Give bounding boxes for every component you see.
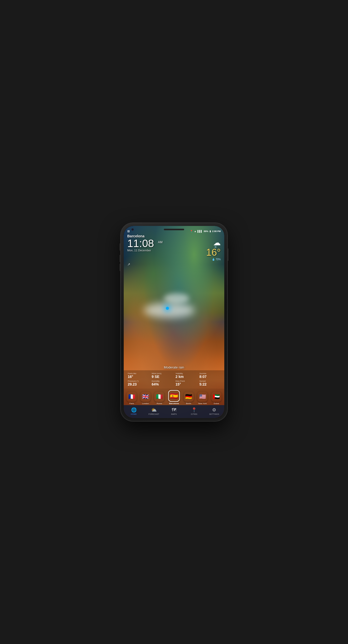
time-minutes: 08: [142, 237, 154, 249]
sunset-stat: Sunset 5:22: [198, 379, 222, 387]
date-display: Mon, 11 December: [127, 249, 163, 252]
nav-icon-home: 🌐: [131, 407, 137, 413]
nav-label-forecast: FORECAST: [149, 413, 159, 415]
dewpoint-stat: Dew Point 15°: [174, 379, 198, 387]
wind-label: Wind (m/s): [152, 372, 162, 375]
nav-item-settings[interactable]: ⚙SETTINGS: [208, 407, 220, 415]
time-left: 11:08 AM Mon, 11 December: [127, 238, 163, 252]
visibility-label: Visibility: [176, 372, 183, 375]
phone-outer: 🖼 📍 ▲ ▌▌▌ 89% ▮ 2:08 PM Barcelona: [121, 223, 227, 421]
city-item-rome[interactable]: 🇮🇹Rome: [154, 392, 164, 405]
city-label-paris: Paris: [129, 402, 134, 405]
rain-icon: |||: [215, 246, 216, 248]
city-flag-london: 🇬🇧: [140, 392, 151, 402]
sunrise-stat: Sunrise 8:07: [198, 372, 222, 379]
feels-like-stat: Feels like 16°: [126, 372, 150, 379]
sunrise-value: 8:07: [199, 375, 207, 379]
wind-stat: Wind (m/s) 9 SE: [150, 372, 174, 379]
share-icon: ↗: [127, 262, 130, 266]
nav-icon-settings: ⚙: [212, 407, 216, 413]
weather-header: Barcelona 11:08 AM Mon, 11 December: [124, 233, 224, 261]
nav-label-settings: SETTINGS: [209, 413, 219, 415]
humidity-stat-value: 64%: [152, 382, 159, 387]
city-flag-barcelona: 🇪🇸: [168, 390, 180, 402]
time-display: 11:08 AM: [127, 238, 163, 249]
cloud-icon: ☁: [213, 238, 221, 247]
city-label-dubai: Dubai: [214, 402, 219, 405]
bottom-nav: 🌐HOME⛅FORECAST🗺MAPS📍CITIES⚙SETTINGS: [124, 405, 224, 418]
feels-like-label: Feels like: [128, 372, 136, 375]
screen-content: 🖼 📍 ▲ ▌▌▌ 89% ▮ 2:08 PM Barcelona: [124, 226, 224, 418]
pressure-value: 29.23: [128, 382, 137, 387]
time-ampm: AM: [158, 240, 163, 244]
nav-label-cities: CITIES: [191, 413, 197, 415]
city-item-barcelona[interactable]: 🇪🇸Barcelona: [168, 390, 180, 405]
feels-like-value: 16°: [128, 375, 133, 379]
phone-inner: 🖼 📍 ▲ ▌▌▌ 89% ▮ 2:08 PM Barcelona: [124, 226, 224, 418]
nav-item-home[interactable]: 🌐HOME: [128, 407, 140, 415]
middle-spacer: [124, 268, 224, 364]
nav-item-cities[interactable]: 📍CITIES: [188, 407, 200, 415]
city-label-berlin: Berlin: [186, 402, 191, 405]
city-label-new-york: New York: [198, 402, 207, 405]
time-hours: 11: [127, 237, 139, 249]
pressure-stat: Pressure (") 29.23: [126, 379, 150, 387]
dewpoint-label: Dew Point: [176, 380, 185, 382]
city-label-barcelona: Barcelona: [169, 402, 179, 405]
cities-row: 🇫🇷Paris🇬🇧London🇮🇹Rome🇪🇸Barcelona🇩🇪Berlin…: [124, 389, 224, 405]
sunset-value: 5:22: [199, 382, 207, 387]
time-colon: :: [139, 237, 142, 249]
nav-label-maps: MAPS: [171, 413, 177, 415]
humidity-display: 💧 70%: [212, 258, 221, 261]
city-flag-paris: 🇫🇷: [126, 392, 137, 402]
wind-value: 9 SE: [152, 375, 159, 379]
nav-icon-maps: 🗺: [172, 407, 176, 413]
city-item-paris[interactable]: 🇫🇷Paris: [126, 392, 137, 405]
city-item-dubai[interactable]: 🇦🇪Dubai: [211, 392, 222, 405]
time-row: 11:08 AM Mon, 11 December ☁ |||: [127, 238, 221, 261]
share-button[interactable]: ↗: [124, 261, 224, 268]
speaker: [164, 229, 184, 230]
city-flag-berlin: 🇩🇪: [184, 392, 194, 402]
nav-item-maps[interactable]: 🗺MAPS: [168, 407, 180, 415]
nav-icon-forecast: ⛅: [151, 407, 157, 413]
weather-right: ☁ ||| 16° 💧 70%: [206, 238, 221, 261]
temperature-display: 16°: [206, 247, 221, 258]
sunset-label: Sunset: [199, 380, 206, 382]
visibility-stat: Visibility 2 km: [174, 372, 198, 379]
city-flag-dubai: 🇦🇪: [211, 392, 222, 402]
city-flag-rome: 🇮🇹: [154, 392, 164, 402]
screen: 🖼 📍 ▲ ▌▌▌ 89% ▮ 2:08 PM Barcelona: [124, 226, 224, 418]
city-item-london[interactable]: 🇬🇧London: [140, 392, 151, 405]
city-item-new-york[interactable]: 🇺🇸New York: [197, 392, 208, 405]
city-label-rome: Rome: [157, 402, 162, 405]
dewpoint-value: 15°: [176, 382, 181, 387]
condition-label: Moderate rain: [124, 364, 224, 370]
visibility-value: 2 km: [176, 375, 184, 379]
nav-icon-cities: 📍: [191, 407, 197, 413]
humidity-stat: Humidity 64%: [150, 379, 174, 387]
notch-area: [124, 226, 224, 233]
nav-item-forecast[interactable]: ⛅FORECAST: [148, 407, 160, 415]
sunrise-label: Sunrise: [199, 372, 206, 375]
city-item-berlin[interactable]: 🇩🇪Berlin: [184, 392, 194, 405]
city-label-london: London: [142, 402, 149, 405]
camera: [131, 228, 134, 231]
humidity-stat-label: Humidity: [152, 380, 160, 382]
pressure-label: Pressure ("): [128, 380, 138, 382]
nav-label-home: HOME: [131, 413, 137, 415]
weather-stats: Feels like 16° Wind (m/s) 9 SE Visibilit…: [124, 370, 224, 389]
city-flag-new-york: 🇺🇸: [197, 392, 208, 402]
